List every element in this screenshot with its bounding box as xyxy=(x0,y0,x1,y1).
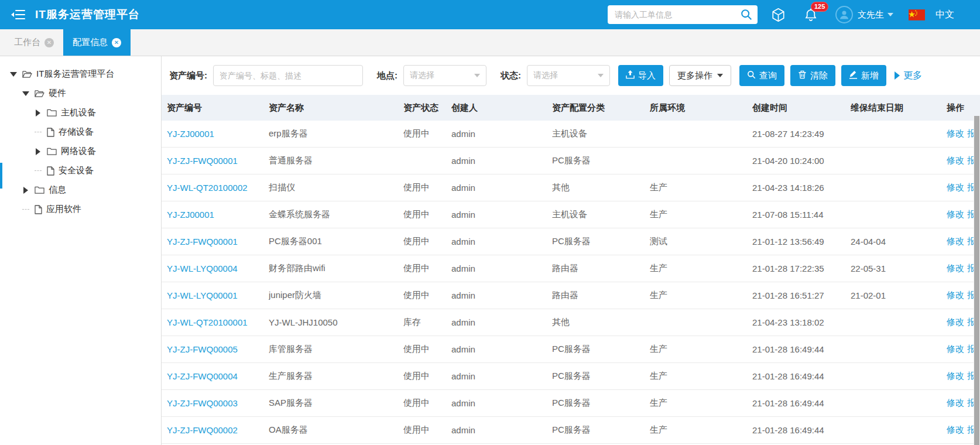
cell-asset-status: 使用中 xyxy=(403,398,451,409)
expander-closed-icon[interactable] xyxy=(34,109,42,117)
expander-open-icon[interactable] xyxy=(22,91,30,96)
cell-asset-code[interactable]: YJ-ZJ00001 xyxy=(167,210,269,220)
row-action-edit[interactable]: 修改 xyxy=(947,155,964,165)
cell-category: 路由器 xyxy=(552,263,650,274)
table-row[interactable]: YJ-ZJ-FWQ00002OA服务器使用中adminPC服务器生产21-01-… xyxy=(162,417,980,444)
workorder-search[interactable] xyxy=(608,5,758,24)
tree-item[interactable]: 存储设备 xyxy=(0,122,161,142)
tree-item[interactable]: 硬件 xyxy=(0,84,161,103)
search-icon[interactable] xyxy=(740,8,753,21)
tab-workbench[interactable]: 工作台 ✕ xyxy=(5,29,63,56)
query-button[interactable]: 查询 xyxy=(739,65,784,86)
more-actions-button[interactable]: 更多操作 xyxy=(669,65,731,86)
cell-asset-status: 使用中 xyxy=(403,425,451,436)
row-action-edit[interactable]: 修改 xyxy=(947,317,964,327)
tree-item[interactable]: 应用软件 xyxy=(0,200,161,219)
table-row[interactable]: YJ-WL-QT20100001YJ-WL-JHJ10050库存admin其他2… xyxy=(162,309,980,336)
tree-item[interactable]: IT服务运营管理平台 xyxy=(0,64,161,84)
cell-creator: admin xyxy=(451,156,552,166)
row-action-edit[interactable]: 修改 xyxy=(947,182,964,192)
import-button[interactable]: 导入 xyxy=(618,65,663,86)
cell-category: PC服务器 xyxy=(552,371,650,382)
table-row[interactable]: YJ-ZJ00001erp服务器使用中admin主机设备21-08-27 14:… xyxy=(162,121,980,148)
clear-button[interactable]: 清除 xyxy=(790,65,835,86)
cell-asset-code[interactable]: YJ-WL-LYQ00001 xyxy=(167,290,269,300)
tree-connector xyxy=(34,170,42,171)
row-action-edit[interactable]: 修改 xyxy=(947,263,964,273)
scrollbar-thumb[interactable] xyxy=(974,116,979,445)
tree-item[interactable]: 主机设备 xyxy=(0,103,161,122)
col-created-time: 创建时间 xyxy=(752,102,851,114)
row-action-edit[interactable]: 修改 xyxy=(947,209,964,219)
table-row[interactable]: YJ-ZJ00001金蝶系统服务器使用中admin主机设备生产21-07-08 … xyxy=(162,201,980,228)
cell-environment: 生产 xyxy=(650,263,752,274)
cell-asset-code[interactable]: YJ-ZJ-FWQ00005 xyxy=(167,344,269,354)
triangle-right-icon xyxy=(895,71,900,80)
cell-asset-code[interactable]: YJ-WL-QT20100001 xyxy=(167,317,269,327)
sidebar-scroll-indicator[interactable] xyxy=(0,163,2,189)
tab-config-info[interactable]: 配置信息 ✕ xyxy=(63,29,131,56)
cube-icon[interactable] xyxy=(770,7,786,23)
table-row[interactable]: YJ-WL-LYQ00004财务部路由wifi使用中admin路由器生产21-0… xyxy=(162,255,980,282)
location-label: 地点: xyxy=(377,70,398,81)
cell-asset-code[interactable]: YJ-ZJ-FWQ00001 xyxy=(167,156,269,166)
table-row[interactable]: YJ-WL-QT20100002扫描仪使用中admin其他生产21-04-23 … xyxy=(162,174,980,201)
table-row[interactable]: YJ-ZJ-FWQ00003SAP服务器使用中adminPC服务器生产21-01… xyxy=(162,390,980,417)
user-menu-caret-icon[interactable] xyxy=(888,13,893,16)
cell-asset-status: 使用中 xyxy=(403,182,451,193)
add-button[interactable]: 新增 xyxy=(841,65,886,86)
tab-close-icon[interactable]: ✕ xyxy=(44,38,54,47)
flag-icon xyxy=(909,9,925,20)
expander-open-icon[interactable] xyxy=(9,72,18,77)
expander-closed-icon[interactable] xyxy=(22,187,30,194)
search-input[interactable] xyxy=(615,10,740,19)
row-action-edit[interactable]: 修改 xyxy=(947,128,964,138)
cell-asset-status: 库存 xyxy=(403,317,451,328)
cell-asset-code[interactable]: YJ-ZJ-FWQ00004 xyxy=(167,371,269,381)
row-action-edit[interactable]: 修改 xyxy=(947,236,964,246)
table-row[interactable]: YJ-ZJ-FWQ00001普通服务器adminPC服务器21-04-20 10… xyxy=(162,148,980,174)
tree-item[interactable]: 网络设备 xyxy=(0,142,161,161)
username[interactable]: 文先生 xyxy=(858,9,884,20)
row-action-edit[interactable]: 修改 xyxy=(947,344,964,354)
cell-asset-code[interactable]: YJ-ZJ-FWQ00001 xyxy=(167,237,269,247)
tab-label: 工作台 xyxy=(14,37,40,48)
cell-created-time: 21-04-23 14:18:26 xyxy=(752,183,851,193)
cell-asset-code[interactable]: YJ-WL-LYQ00004 xyxy=(167,263,269,273)
tree-item[interactable]: 安全设备 xyxy=(0,161,161,180)
cell-asset-status: 使用中 xyxy=(403,209,451,220)
cell-asset-code[interactable]: YJ-ZJ00001 xyxy=(167,129,269,139)
row-action-edit[interactable]: 修改 xyxy=(947,371,964,381)
table-row[interactable]: YJ-ZJ-FWQ00005库管服务器使用中adminPC服务器生产21-01-… xyxy=(162,336,980,363)
filter-bar: 资产编号: 地点: 请选择 状态: 请选择 导入 更多操作 xyxy=(162,56,980,95)
more-link[interactable]: 更多 xyxy=(895,70,922,82)
cell-environment: 生产 xyxy=(650,290,752,301)
cell-created-time: 21-08-27 14:23:49 xyxy=(752,129,851,139)
row-action-edit[interactable]: 修改 xyxy=(947,290,964,300)
tab-close-icon[interactable]: ✕ xyxy=(112,38,121,47)
vertical-scrollbar[interactable] xyxy=(974,116,980,445)
expander-closed-icon[interactable] xyxy=(34,148,42,155)
col-asset-status: 资产状态 xyxy=(403,102,451,114)
cell-asset-status: 使用中 xyxy=(403,128,451,139)
location-select[interactable]: 请选择 xyxy=(403,65,486,86)
notifications-bell[interactable]: 125 xyxy=(804,8,818,22)
asset-code-input[interactable] xyxy=(213,65,363,86)
avatar[interactable] xyxy=(835,6,853,23)
table-row[interactable]: YJ-ZJ-FWQ00004生产服务器使用中adminPC服务器生产21-01-… xyxy=(162,363,980,390)
col-operations: 操作 xyxy=(947,102,980,114)
cell-category: 主机设备 xyxy=(552,128,650,139)
row-action-edit[interactable]: 修改 xyxy=(947,398,964,408)
status-select[interactable]: 请选择 xyxy=(527,65,610,86)
tree-item-label: IT服务运营管理平台 xyxy=(36,69,114,80)
cell-asset-code[interactable]: YJ-ZJ-FWQ00003 xyxy=(167,398,269,408)
tree-item[interactable]: 信息 xyxy=(0,180,161,200)
cell-asset-code[interactable]: YJ-ZJ-FWQ00002 xyxy=(167,425,269,435)
table-row[interactable]: YJ-WL-LYQ00001juniper防火墙使用中admin路由器生产21-… xyxy=(162,282,980,309)
row-action-edit[interactable]: 修改 xyxy=(947,425,964,434)
menu-fold-icon[interactable] xyxy=(11,8,26,21)
table-row[interactable]: YJ-ZJ-FWQ00001PC服务器001使用中adminPC服务器测试21-… xyxy=(162,228,980,255)
language-switch[interactable]: 中文 xyxy=(936,9,954,21)
cell-created-time: 21-01-28 16:49:44 xyxy=(752,398,851,408)
cell-asset-code[interactable]: YJ-WL-QT20100002 xyxy=(167,183,269,193)
